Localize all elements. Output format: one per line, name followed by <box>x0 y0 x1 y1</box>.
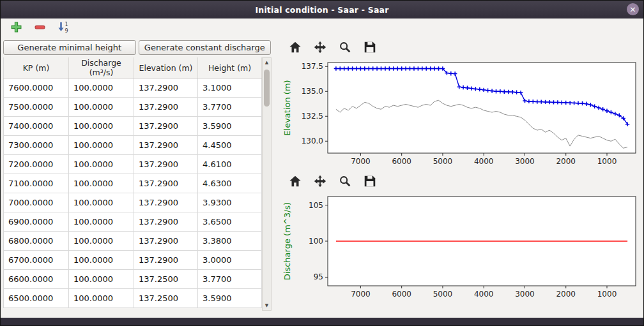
svg-text:3000: 3000 <box>515 157 535 166</box>
initial-condition-panel: Generate minimal height Generate constan… <box>1 38 278 318</box>
table-cell[interactable]: 137.2500 <box>134 270 198 289</box>
table-cell[interactable]: 137.2900 <box>134 174 198 193</box>
table-cell[interactable]: 3.0000 <box>198 251 262 270</box>
scrollbar-track[interactable] <box>263 67 271 301</box>
table-row[interactable]: 7300.0000100.0000137.29004.4500 <box>4 136 262 155</box>
column-header[interactable]: Height (m) <box>198 57 262 78</box>
table-scrollbar[interactable]: ▲ ▼ <box>262 57 272 311</box>
close-icon: × <box>629 5 636 13</box>
table-cell[interactable]: 6800.0000 <box>4 232 69 251</box>
svg-text:95: 95 <box>314 272 323 281</box>
scroll-up-button[interactable]: ▲ <box>263 58 271 67</box>
pan-button[interactable] <box>310 174 330 191</box>
generate-constant-discharge-button[interactable]: Generate constant discharge <box>139 40 272 55</box>
save-button[interactable] <box>360 40 379 57</box>
svg-text:7000: 7000 <box>351 157 371 166</box>
table-row[interactable]: 7400.0000100.0000137.29003.5900 <box>4 117 262 136</box>
pan-button[interactable] <box>310 40 330 57</box>
table-cell[interactable]: 3.5900 <box>198 289 262 308</box>
save-button[interactable] <box>360 174 379 191</box>
scrollbar-thumb[interactable] <box>264 70 270 107</box>
table-cell[interactable]: 100.0000 <box>69 117 134 136</box>
table-cell[interactable]: 137.2900 <box>134 193 198 212</box>
sort-descending-icon: 1 9 <box>57 21 70 36</box>
table-row[interactable]: 6900.0000100.0000137.29003.6500 <box>4 212 262 232</box>
table-cell[interactable]: 100.0000 <box>69 232 134 251</box>
initial-condition-table: KP (m)Discharge (m³/s)Elevation (m)Heigh… <box>3 57 262 308</box>
svg-text:6000: 6000 <box>392 157 411 166</box>
table-cell[interactable]: 100.0000 <box>69 251 134 270</box>
table-cell[interactable]: 4.4500 <box>198 136 262 155</box>
table-cell[interactable]: 137.2900 <box>134 78 198 98</box>
table-cell[interactable]: 137.2900 <box>134 155 198 174</box>
table-cell[interactable]: 7600.0000 <box>4 78 69 98</box>
table-row[interactable]: 6800.0000100.0000137.29003.3800 <box>4 232 262 251</box>
table-cell[interactable]: 137.2900 <box>134 251 198 270</box>
table-cell[interactable]: 137.2900 <box>134 136 198 155</box>
close-button[interactable]: × <box>627 3 639 15</box>
table-row[interactable]: 7100.0000100.0000137.29004.6300 <box>4 174 262 193</box>
column-header[interactable]: KP (m) <box>4 57 69 78</box>
table-cell[interactable]: 3.3800 <box>198 232 262 251</box>
table-row[interactable]: 7200.0000100.0000137.29004.6100 <box>4 155 262 174</box>
table-cell[interactable]: 100.0000 <box>69 193 134 212</box>
table-cell[interactable]: 4.6100 <box>198 155 262 174</box>
main-toolbar: 1 9 <box>1 19 643 38</box>
table-cell[interactable]: 3.7700 <box>198 98 262 117</box>
zoom-button[interactable] <box>335 40 355 57</box>
discharge-chart-canvas[interactable]: 700060005000400030002000100010510095Disc… <box>280 191 641 305</box>
table-cell[interactable]: 100.0000 <box>69 289 134 308</box>
table-cell[interactable]: 137.2900 <box>134 232 198 251</box>
zoom-button[interactable] <box>335 174 355 191</box>
table-cell[interactable]: 100.0000 <box>69 270 134 289</box>
sort-rows-button[interactable]: 1 9 <box>56 21 71 36</box>
remove-icon <box>34 22 45 35</box>
svg-text:1000: 1000 <box>597 157 617 166</box>
table-cell[interactable]: 137.2500 <box>134 289 198 308</box>
table-cell[interactable]: 3.7700 <box>198 270 262 289</box>
table-cell[interactable]: 137.2900 <box>134 212 198 232</box>
elevation-chart-canvas[interactable]: 7000600050004000300020001000137.5135.013… <box>280 57 641 172</box>
home-button[interactable] <box>286 174 305 191</box>
table-cell[interactable]: 6600.0000 <box>4 270 69 289</box>
table-cell[interactable]: 100.0000 <box>69 174 134 193</box>
table-cell[interactable]: 7100.0000 <box>4 174 69 193</box>
table-cell[interactable]: 7500.0000 <box>4 98 69 117</box>
scroll-down-button[interactable]: ▼ <box>263 301 271 310</box>
add-row-button[interactable] <box>8 21 24 36</box>
titlebar[interactable]: Initial condition - Saar - Saar × <box>1 1 643 19</box>
table-cell[interactable]: 100.0000 <box>69 98 134 117</box>
table-cell[interactable]: 100.0000 <box>69 155 134 174</box>
table-cell[interactable]: 3.5900 <box>198 117 262 136</box>
table-cell[interactable]: 7000.0000 <box>4 193 69 212</box>
svg-text:4000: 4000 <box>474 290 494 299</box>
table-cell[interactable]: 6900.0000 <box>4 212 69 232</box>
remove-row-button[interactable] <box>32 21 47 36</box>
home-icon <box>288 40 302 57</box>
table-cell[interactable]: 7300.0000 <box>4 136 69 155</box>
table-cell[interactable]: 4.6300 <box>198 174 262 193</box>
generate-minimal-height-button[interactable]: Generate minimal height <box>3 40 136 55</box>
table-cell[interactable]: 7200.0000 <box>4 155 69 174</box>
column-header[interactable]: Discharge (m³/s) <box>69 57 134 78</box>
table-row[interactable]: 7000.0000100.0000137.29003.9300 <box>4 193 262 212</box>
table-cell[interactable]: 7400.0000 <box>4 117 69 136</box>
table-cell[interactable]: 137.2900 <box>134 117 198 136</box>
home-button[interactable] <box>286 40 305 57</box>
column-header[interactable]: Elevation (m) <box>134 57 198 78</box>
table-cell[interactable]: 100.0000 <box>69 212 134 232</box>
table-cell[interactable]: 3.9300 <box>198 193 262 212</box>
table-cell[interactable]: 3.6500 <box>198 212 262 232</box>
table-row[interactable]: 7600.0000100.0000137.29003.1000 <box>4 78 262 98</box>
table-row[interactable]: 6700.0000100.0000137.29003.0000 <box>4 251 262 270</box>
table-row[interactable]: 6600.0000100.0000137.25003.7700 <box>4 270 262 289</box>
table-cell[interactable]: 6700.0000 <box>4 251 69 270</box>
table-cell[interactable]: 100.0000 <box>69 136 134 155</box>
table-cell[interactable]: 6500.0000 <box>4 289 69 308</box>
table-row[interactable]: 6500.0000100.0000137.25003.5900 <box>4 289 262 308</box>
svg-text:7000: 7000 <box>351 290 371 299</box>
table-cell[interactable]: 3.1000 <box>198 78 262 98</box>
table-cell[interactable]: 137.2900 <box>134 98 198 117</box>
table-cell[interactable]: 100.0000 <box>69 78 134 98</box>
table-row[interactable]: 7500.0000100.0000137.29003.7700 <box>4 98 262 117</box>
